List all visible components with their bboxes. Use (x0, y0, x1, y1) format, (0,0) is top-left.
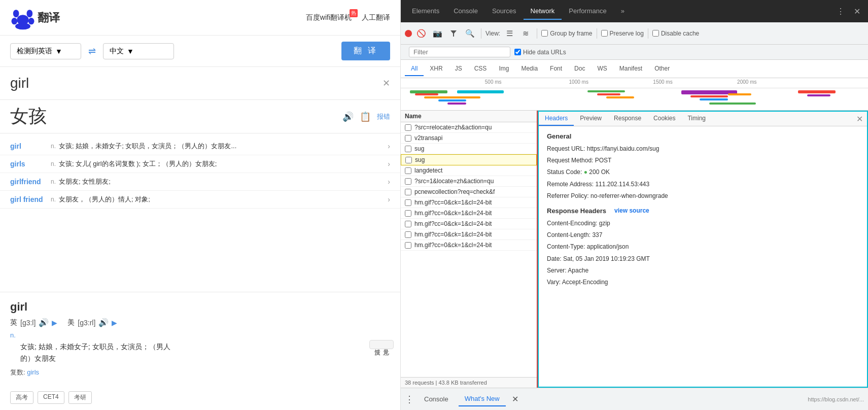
hide-data-urls-label[interactable]: Hide data URLs (514, 49, 566, 56)
phonetics: 英 [g3:l] 🔊 ▶ 美 [g3:rl] 🔊 ▶ (10, 318, 390, 327)
network-row[interactable]: pcnewcollection?req=check&f (401, 187, 537, 197)
row-checkbox[interactable] (405, 167, 411, 174)
disable-cache-label[interactable]: Disable cache (652, 30, 699, 37)
copy-icon[interactable]: 📋 (360, 111, 371, 122)
feedback-button[interactable]: 意见反馈 (369, 340, 394, 349)
headers-panel-close[interactable]: ✕ (852, 113, 867, 125)
tab-console[interactable]: Console (446, 3, 485, 20)
network-row[interactable]: hm.gif?cc=0&ck=1&cl=24-bit (401, 208, 537, 219)
row-checkbox[interactable] (405, 210, 411, 217)
record-button[interactable] (405, 30, 412, 37)
filter-tab-doc[interactable]: Doc (568, 62, 591, 76)
list-item[interactable]: girl n. 女孩; 姑娘，未婚女子; 女职员，女演员；（男人的）女朋友...… (0, 138, 400, 155)
bottom-menu-icon[interactable]: ⋮ (405, 394, 414, 405)
devtools-close-button[interactable]: ✕ (850, 4, 864, 18)
swap-language-button[interactable]: ⇌ (86, 44, 98, 59)
tag-cet4[interactable]: CET4 (38, 391, 64, 404)
clear-button[interactable]: ✕ (383, 78, 390, 89)
network-row[interactable]: ?src=relocate=zh&action=qu (401, 122, 537, 133)
clear-log-button[interactable]: 🚫 (414, 26, 428, 41)
list-item[interactable]: girls n. 女孩; 女儿( girl的名词复数 ); 女工；（男人的）女朋… (0, 155, 400, 173)
header-tab-cookies[interactable]: Cookies (647, 112, 681, 126)
row-checkbox[interactable] (405, 178, 411, 185)
camera-button[interactable]: 📷 (430, 26, 444, 41)
preserve-log-label[interactable]: Preserve log (601, 30, 644, 37)
tab-sources[interactable]: Sources (485, 3, 524, 20)
headers-panel: Headers Preview Response Cookies Timing … (538, 111, 868, 388)
header-tab-headers[interactable]: Headers (539, 112, 574, 126)
network-row[interactable]: hm.gif?cc=0&ck=1&cl=24-bit (401, 229, 537, 240)
network-status-bar: 38 requests | 43.8 KB transferred (401, 377, 537, 388)
row-checkbox[interactable] (405, 146, 411, 152)
search-button[interactable]: 🔍 (463, 26, 477, 41)
row-checkbox[interactable] (405, 124, 411, 131)
network-row[interactable]: langdetect (401, 165, 537, 176)
tab-more[interactable]: » (614, 3, 632, 20)
filter-tab-media[interactable]: Media (515, 62, 544, 76)
row-checkbox[interactable] (405, 199, 411, 206)
wifi-translate-link[interactable]: 百度wifi翻译机 热 (306, 13, 352, 22)
uk-audio-icon[interactable]: 🔊 (39, 318, 49, 327)
row-checkbox[interactable] (405, 231, 411, 238)
filter-tab-font[interactable]: Font (544, 62, 568, 76)
timeline-colored-bars (401, 88, 868, 111)
network-row[interactable]: ?src=1&locate=zh&action=qu (401, 176, 537, 187)
preserve-log-checkbox[interactable] (601, 30, 608, 37)
target-lang-select[interactable]: 中文 ▼ (103, 43, 174, 59)
us-play-icon[interactable]: ▶ (112, 319, 117, 327)
uk-play-icon[interactable]: ▶ (52, 319, 57, 327)
bottom-tab-whats-new[interactable]: What's New (459, 392, 506, 406)
row-checkbox[interactable] (405, 242, 411, 249)
filter-tab-xhr[interactable]: XHR (424, 62, 448, 76)
header-tab-timing[interactable]: Timing (681, 112, 712, 126)
tag-kaoyan[interactable]: 考研 (68, 391, 92, 404)
network-row[interactable]: hm.gif?cc=0&ck=1&cl=24-bit (401, 197, 537, 208)
network-list[interactable]: ?src=relocate=zh&action=qu v2transapi su… (401, 122, 537, 377)
human-translate-link[interactable]: 人工翻译 (362, 13, 390, 22)
network-row[interactable]: sug (401, 144, 537, 154)
tab-network[interactable]: Network (524, 3, 562, 20)
group-by-frame-label[interactable]: Group by frame (541, 30, 592, 37)
network-row[interactable]: v2transapi (401, 133, 537, 144)
bottom-close-button[interactable]: ✕ (510, 392, 520, 406)
filter-tab-img[interactable]: Img (493, 62, 515, 76)
list-item[interactable]: girl friend n. 女朋友，（男人的）情人; 对象; › (0, 191, 400, 209)
tag-gaokao[interactable]: 高考 (10, 391, 33, 404)
view-source-link[interactable]: view source (614, 207, 649, 214)
filter-tab-ws[interactable]: WS (591, 62, 613, 76)
tab-performance[interactable]: Performance (562, 3, 613, 20)
search-input[interactable] (10, 75, 390, 91)
bottom-tab-console[interactable]: Console (418, 392, 455, 406)
row-checkbox[interactable] (405, 157, 412, 163)
source-lang-select[interactable]: 检测到英语 ▼ (10, 43, 81, 59)
network-row-selected[interactable]: sug (401, 154, 537, 165)
filter-icon-button[interactable] (446, 26, 461, 41)
filter-tab-css[interactable]: CSS (468, 62, 493, 76)
search-area: ✕ (0, 67, 400, 100)
list-item[interactable]: girlfriend n. 女朋友; 女性朋友; › (0, 173, 400, 191)
view-list-button[interactable]: ☰ (502, 26, 516, 41)
audio-icon[interactable]: 🔊 (342, 111, 354, 122)
network-row[interactable]: hm.gif?cc=0&ck=1&cl=24-bit (401, 240, 537, 251)
row-checkbox[interactable] (405, 221, 411, 227)
view-waterfall-button[interactable]: ≋ (518, 26, 533, 41)
tab-elements[interactable]: Elements (405, 3, 446, 20)
devtools-more-button[interactable]: ⋮ (834, 4, 848, 18)
filter-tab-manifest[interactable]: Manifest (613, 62, 648, 76)
hide-data-urls-checkbox[interactable] (514, 49, 521, 55)
group-by-frame-checkbox[interactable] (541, 30, 548, 37)
row-checkbox[interactable] (405, 189, 411, 195)
network-row[interactable]: hm.gif?cc=0&ck=1&cl=24-bit (401, 219, 537, 229)
disable-cache-checkbox[interactable] (652, 30, 659, 37)
translate-button[interactable]: 翻 译 (341, 42, 390, 60)
row-checkbox[interactable] (405, 135, 411, 142)
header-tab-preview[interactable]: Preview (574, 112, 608, 126)
plural-link[interactable]: girls (27, 368, 39, 376)
filter-input[interactable] (413, 48, 506, 56)
us-audio-icon[interactable]: 🔊 (98, 318, 109, 327)
filter-tab-all[interactable]: All (405, 62, 424, 76)
report-link[interactable]: 报错 (377, 112, 390, 121)
filter-tab-other[interactable]: Other (648, 62, 676, 76)
header-tab-response[interactable]: Response (608, 112, 647, 126)
filter-tab-js[interactable]: JS (449, 62, 468, 76)
